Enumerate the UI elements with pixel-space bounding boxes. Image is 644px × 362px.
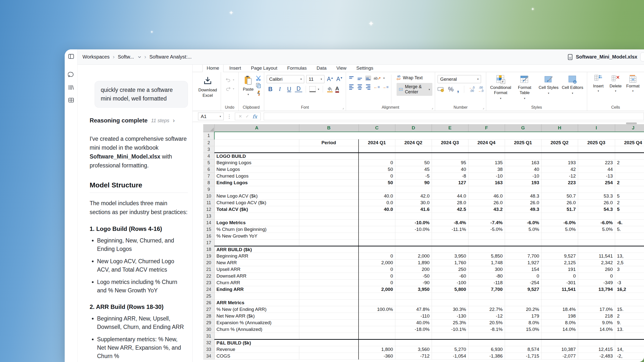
cell[interactable]: 40.0 <box>358 193 395 200</box>
cell[interactable]: 2,5 <box>615 260 644 266</box>
cell[interactable]: -13 <box>578 173 615 180</box>
cell[interactable] <box>299 213 358 220</box>
cell[interactable] <box>578 293 615 300</box>
column-header-E[interactable]: E <box>432 124 468 132</box>
cell[interactable]: 40.0% <box>395 320 432 326</box>
cell-label[interactable] <box>214 186 299 193</box>
cell[interactable] <box>615 233 644 240</box>
cell-label[interactable]: Ending Logos <box>214 180 299 186</box>
cell-quarter[interactable]: 2024 Q4 <box>468 140 505 146</box>
cell[interactable] <box>395 293 432 300</box>
cell[interactable] <box>615 273 644 280</box>
cell[interactable]: 14.0% <box>578 326 615 333</box>
cell[interactable]: 42.5 <box>432 206 468 213</box>
cell[interactable]: -12 <box>541 173 578 180</box>
formula-input[interactable] <box>264 112 644 120</box>
cell[interactable] <box>615 293 644 300</box>
cell[interactable] <box>299 260 358 266</box>
cell[interactable]: 20.2% <box>505 306 541 313</box>
cell[interactable] <box>541 213 578 220</box>
double-underline-button[interactable]: D <box>295 86 302 92</box>
cell[interactable] <box>358 340 395 346</box>
font-size-select[interactable]: 11▾ <box>306 75 324 83</box>
horizontal-scrollbar[interactable] <box>626 122 637 124</box>
cell[interactable] <box>395 213 432 220</box>
underline-button[interactable]: U <box>286 86 293 92</box>
cell-editors-button[interactable]: ⚙ Cell Editors ▾ <box>560 74 584 96</box>
cell[interactable]: 218 <box>578 313 615 320</box>
cell[interactable] <box>505 333 541 340</box>
cell[interactable]: -254 <box>505 280 541 286</box>
cell[interactable]: 20.5% <box>468 320 505 326</box>
cell[interactable] <box>432 186 468 193</box>
cell[interactable]: 3 <box>615 266 644 273</box>
row-header-31[interactable]: 31 <box>203 333 214 340</box>
comma-style-button[interactable]: , <box>457 87 459 92</box>
cell-label[interactable]: % New (of Ending ARR) <box>214 306 299 313</box>
cell[interactable]: 5.0% <box>578 226 615 233</box>
cell[interactable]: 48.3 <box>505 193 541 200</box>
cell[interactable] <box>578 153 615 160</box>
cell-title[interactable]: Software Company Model <box>214 132 644 140</box>
cell[interactable] <box>299 180 358 186</box>
cell[interactable]: 127 <box>432 180 468 186</box>
cell[interactable] <box>299 206 358 213</box>
cell[interactable]: -7.4% <box>468 220 505 226</box>
cell-label[interactable]: Total ACV ($k) <box>214 206 299 213</box>
cell[interactable]: -10 <box>468 173 505 180</box>
cell[interactable] <box>615 246 644 253</box>
row-header-5[interactable]: 5 <box>203 160 214 166</box>
row-header-29[interactable]: 29 <box>203 320 214 326</box>
kebab-menu-icon[interactable]: ⋮ <box>227 114 232 120</box>
cell[interactable] <box>468 240 505 246</box>
cell[interactable]: 18.4% <box>541 306 578 313</box>
row-header-34[interactable]: 34 <box>203 353 214 360</box>
align-left-button[interactable] <box>348 84 354 90</box>
row-header-19[interactable]: 19 <box>203 253 214 260</box>
breadcrumb-session[interactable]: Software Analyst:... <box>150 54 192 60</box>
name-box[interactable]: A1▾ <box>198 112 224 120</box>
cell[interactable]: -3 <box>615 280 644 286</box>
cell[interactable]: -5.0% <box>468 226 505 233</box>
cell[interactable]: 200 <box>395 266 432 273</box>
dialog-launcher-icon[interactable]: ⌟ <box>342 106 344 110</box>
cell[interactable] <box>299 273 358 280</box>
cell[interactable]: -10 <box>505 173 541 180</box>
cell[interactable] <box>395 153 432 160</box>
cell[interactable] <box>615 333 644 340</box>
cell[interactable]: 6,930 <box>468 346 505 353</box>
cell-label[interactable] <box>214 293 299 300</box>
cell[interactable]: 0 <box>505 273 541 280</box>
cell[interactable]: 2 <box>615 313 644 320</box>
decrease-indent-button[interactable]: ←≡ <box>374 85 380 90</box>
cell[interactable]: 2,000 <box>358 260 395 266</box>
cell[interactable] <box>358 333 395 340</box>
row-header-11[interactable]: 11 <box>203 200 214 206</box>
cell[interactable]: 26.0 <box>541 200 578 206</box>
cell[interactable]: 13,794 <box>578 286 615 293</box>
cell[interactable]: 9. <box>615 320 644 326</box>
cell[interactable]: -80 <box>468 273 505 280</box>
cell[interactable]: 163 <box>468 180 505 186</box>
breadcrumb-workspaces[interactable]: Workspaces <box>82 54 110 60</box>
cell[interactable] <box>299 200 358 206</box>
cell[interactable]: 50 <box>395 160 432 166</box>
cell[interactable]: 1,890 <box>395 260 432 266</box>
cell[interactable]: -1,054 <box>432 353 468 360</box>
row-header-8[interactable]: 8 <box>203 180 214 186</box>
row-header-10[interactable]: 10 <box>203 193 214 200</box>
row-header-23[interactable]: 23 <box>203 280 214 286</box>
cell[interactable]: 254 <box>578 180 615 186</box>
row-header-16[interactable]: 16 <box>203 233 214 240</box>
cell[interactable] <box>541 293 578 300</box>
cell[interactable]: -2,483 <box>578 353 615 360</box>
cell[interactable]: 49.3 <box>505 206 541 213</box>
cell[interactable] <box>395 186 432 193</box>
cell-label[interactable]: Ending ARR <box>214 286 299 293</box>
paste-button[interactable]: Paste ▾ <box>241 74 256 96</box>
cell[interactable] <box>615 213 644 220</box>
cell[interactable]: 53.3 <box>578 193 615 200</box>
decrease-font-button[interactable]: A▼ <box>336 76 343 82</box>
row-header-2[interactable]: 2 <box>203 140 214 146</box>
cell[interactable]: 0 <box>358 280 395 286</box>
